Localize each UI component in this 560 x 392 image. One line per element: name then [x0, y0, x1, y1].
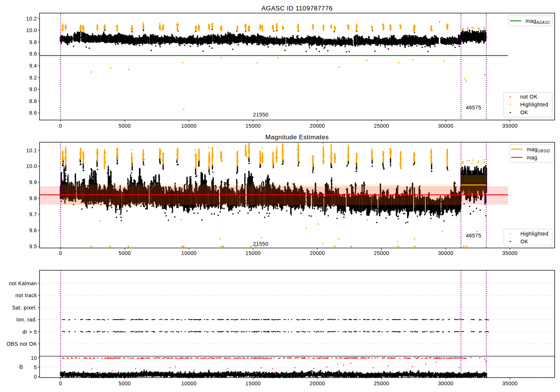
svg-text:25000: 25000	[374, 250, 389, 256]
svg-text:OK: OK	[520, 239, 528, 245]
svg-text:0: 0	[59, 250, 62, 256]
svg-text:OK: OK	[520, 109, 528, 115]
svg-text:46575: 46575	[466, 105, 481, 111]
svg-text:mag: mag	[527, 155, 538, 161]
svg-text:15000: 15000	[245, 123, 261, 129]
svg-text:5000: 5000	[119, 250, 131, 256]
svg-text:0: 0	[59, 380, 62, 386]
svg-text:10.2: 10.2	[26, 16, 37, 22]
svg-text:not OK: not OK	[520, 94, 537, 100]
svg-text:Magnitude Estimates: Magnitude Estimates	[265, 133, 329, 141]
svg-text:20000: 20000	[309, 123, 325, 129]
svg-text:AGASC ID 1109787776: AGASC ID 1109787776	[261, 4, 333, 12]
svg-text:9.6: 9.6	[29, 227, 37, 233]
svg-text:30000: 30000	[438, 250, 453, 256]
svg-text:Highlighted: Highlighted	[520, 102, 548, 108]
svg-text:9.2: 9.2	[29, 75, 37, 81]
svg-text:dr > 5: dr > 5	[22, 329, 37, 335]
svg-text:20000: 20000	[309, 380, 325, 386]
svg-text:not track: not track	[15, 292, 37, 298]
svg-text:Ion. rad.: Ion. rad.	[16, 317, 37, 323]
svg-text:dr: dr	[18, 364, 24, 369]
svg-text:35000: 35000	[502, 250, 517, 256]
svg-text:10000: 10000	[181, 250, 197, 256]
svg-text:0: 0	[34, 374, 37, 380]
svg-text:OBS not OK: OBS not OK	[6, 341, 37, 347]
svg-text:9.8: 9.8	[29, 39, 37, 45]
svg-text:10000: 10000	[181, 123, 197, 129]
svg-text:9.9: 9.9	[29, 179, 37, 185]
svg-text:35000: 35000	[502, 380, 517, 386]
svg-text:Sat. pixel.: Sat. pixel.	[12, 305, 37, 311]
svg-text:8.8: 8.8	[29, 98, 37, 104]
svg-text:20000: 20000	[309, 250, 325, 256]
svg-text:5000: 5000	[119, 123, 131, 129]
svg-text:9.8: 9.8	[29, 195, 37, 201]
svg-text:0: 0	[59, 123, 62, 129]
svg-text:10.0: 10.0	[26, 27, 37, 33]
svg-text:25000: 25000	[374, 380, 389, 386]
svg-text:Highlighted: Highlighted	[520, 231, 548, 237]
svg-text:21550: 21550	[253, 112, 268, 118]
svg-text:35000: 35000	[502, 123, 517, 129]
svg-text:5000: 5000	[119, 380, 131, 386]
svg-text:9.6: 9.6	[29, 51, 37, 57]
svg-text:5: 5	[34, 364, 37, 370]
svg-text:10000: 10000	[181, 380, 197, 386]
svg-text:8.6: 8.6	[29, 110, 37, 116]
svg-text:10.1: 10.1	[26, 147, 37, 153]
svg-text:9.5: 9.5	[29, 243, 37, 249]
svg-text:21550: 21550	[253, 241, 268, 247]
svg-text:15000: 15000	[245, 250, 261, 256]
svg-text:9.7: 9.7	[29, 211, 37, 217]
svg-text:not Kalman: not Kalman	[9, 280, 37, 286]
svg-text:10.0: 10.0	[26, 163, 37, 169]
svg-text:15000: 15000	[245, 380, 261, 386]
svg-text:25000: 25000	[374, 123, 389, 129]
svg-text:9.0: 9.0	[29, 86, 37, 92]
svg-text:9.4: 9.4	[29, 63, 37, 69]
svg-text:46575: 46575	[466, 233, 481, 239]
svg-text:10: 10	[31, 355, 37, 361]
svg-text:30000: 30000	[438, 123, 453, 129]
svg-text:30000: 30000	[438, 380, 453, 386]
